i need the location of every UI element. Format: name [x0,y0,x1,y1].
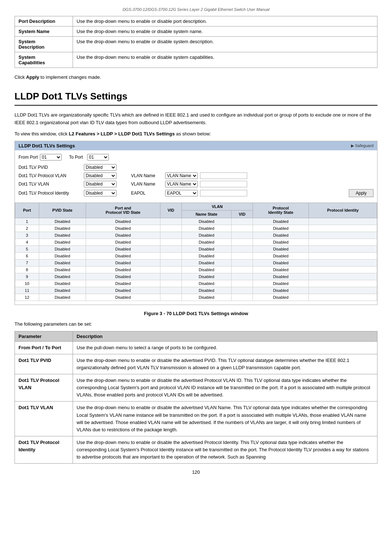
cell-11-1: Disabled [39,294,86,301]
cell-10-1: Disabled [39,287,86,294]
param-desc-4: Use the drop-down menu to enable or disa… [73,436,377,464]
cell-6-5 [231,259,253,266]
param-row: From Port / To PortUse the pull-down men… [15,341,377,354]
cell-11-4: Disabled [181,294,231,301]
param-cell: Port Description [15,16,73,27]
settings-panel: LLDP Dot1 TLVs Settings ▶ Safeguard From… [15,141,377,305]
cell-11-7 [309,294,377,301]
cell-4-6: Disabled [253,245,309,252]
desc-cell: Use the drop-down menu to enable or disa… [73,52,377,68]
cell-2-6: Disabled [253,232,309,239]
cell-1-3 [160,225,181,232]
param-name-3: Dot1 TLV VLAN [15,402,73,436]
from-port-select[interactable]: 01020304 05060708 09101112 [40,154,62,160]
param-desc-3: Use the drop-down menu to enable or disa… [73,402,377,436]
cell-2-3 [160,232,181,239]
ctrl-row-0: Dot1 TLV PVIDDisabledEnabled [19,164,373,171]
desc-cell: Use the drop-down menu to enable or disa… [73,16,377,27]
cell-2-2: Disabled [86,232,160,239]
cell-8-1: Disabled [39,273,86,280]
ctrl-label2-1: VLAN Name [131,173,164,178]
cell-4-2: Disabled [86,245,160,252]
ctrl-label-3: Dot1 TLV Protocol Identity [19,191,84,196]
ctrl-select-right-3[interactable]: EAPOL [165,190,198,196]
doc-title: DGS-3700-12/DGS-3700-12G Series Layer 2 … [15,7,377,12]
th-port: Port [15,203,39,218]
cell-7-7 [309,266,377,273]
cell-10-2: Disabled [86,287,160,294]
cell-2-0: 3 [15,232,39,239]
cell-7-2: Disabled [86,266,160,273]
intro-paragraph: LLDP Dot1 TLVs are organizationally spec… [15,111,377,127]
cell-11-0: 12 [15,294,39,301]
table-row: 8DisabledDisabledDisabledDisabled [15,266,377,273]
param-row: Dot1 TLV VLANUse the drop-down menu to e… [15,402,377,436]
ctrl-label2-2: VLAN Name [131,182,164,187]
from-port-label: From Port [19,155,38,160]
cell-7-5 [231,266,253,273]
cell-0-2: Disabled [86,218,160,225]
desc-cell: Use the drop-down menu to enable or disa… [73,37,377,52]
cell-1-2: Disabled [86,225,160,232]
param-desc-1: Use the drop-down menu to enable or disa… [73,354,377,374]
apply-instruction: Click Apply to implement changes made. [15,74,377,80]
ctrl-select-right-1[interactable]: VLAN Name [165,172,198,179]
cell-6-0: 7 [15,259,39,266]
th-proto-state: Protocol Identity State [253,203,309,218]
ctrl-text-3[interactable] [200,190,247,196]
cell-8-5 [231,273,253,280]
cell-6-6: Disabled [253,259,309,266]
cell-2-7 [309,232,377,239]
param-row: Dot1 TLV Protocol IdentityUse the drop-d… [15,436,377,464]
ctrl-text-1[interactable] [200,172,247,179]
table-row: 7DisabledDisabledDisabledDisabled [15,259,377,266]
ctrl-select-left-1[interactable]: DisabledEnabled [84,172,117,179]
ctrl-text-2[interactable] [200,181,247,187]
cell-9-4: Disabled [181,280,231,287]
cell-11-6: Disabled [253,294,309,301]
cell-2-5 [231,232,253,239]
table-row: 6DisabledDisabledDisabledDisabled [15,252,377,259]
cell-6-3 [160,259,181,266]
cell-3-2: Disabled [86,239,160,245]
param-row: Dot1 TLV Protocol VLANUse the drop-down … [15,374,377,402]
param-intro: The following parameters can be set: [15,321,377,327]
param-name-0: From Port / To Port [15,341,73,354]
cell-3-3 [160,239,181,245]
ctrl-select-left-2[interactable]: DisabledEnabled [84,181,117,187]
ctrl-select-left-0[interactable]: DisabledEnabled [84,164,117,171]
table-row: 3DisabledDisabledDisabledDisabled [15,232,377,239]
th-pvid: PVID State [39,203,86,218]
cell-8-2: Disabled [86,273,160,280]
cell-5-0: 6 [15,252,39,259]
th-vlan-name: Name State [181,210,231,218]
ctrl-select-right-2[interactable]: VLAN Name [165,181,198,187]
section-heading: LLDP Dot1 TLVs Settings [15,91,377,106]
cell-5-4: Disabled [181,252,231,259]
table-row: 11DisabledDisabledDisabledDisabled [15,287,377,294]
view-instruction: To view this window, click L2 Features >… [15,131,377,137]
ctrl-row-1: Dot1 TLV Protocol VLANDisabledEnabledVLA… [19,172,373,179]
cell-9-5 [231,280,253,287]
cell-6-7 [309,259,377,266]
cell-11-3 [160,294,181,301]
th-vlan-group: VLAN [181,203,253,210]
cell-3-4: Disabled [181,239,231,245]
cell-6-2: Disabled [86,259,160,266]
ctrl-label2-3: EAPOL [131,191,164,196]
cell-5-6: Disabled [253,252,309,259]
cell-5-7 [309,252,377,259]
ctrl-select-left-3[interactable]: DisabledEnabled [84,190,117,196]
cell-1-5 [231,225,253,232]
cell-9-2: Disabled [86,280,160,287]
table-row: 9DisabledDisabledDisabledDisabled [15,273,377,280]
to-port-select[interactable]: 01020304 05060708 09101112 [87,154,109,160]
cell-0-4: Disabled [181,218,231,225]
apply-button[interactable]: Apply [349,189,373,197]
to-port-label: To Port [69,155,83,160]
th-vid1: VID [160,203,181,218]
th-pvid-state: Port and Protocol VID State [86,203,160,218]
cell-10-3 [160,287,181,294]
cell-4-0: 5 [15,245,39,252]
panel-body: From Port 01020304 05060708 09101112 To … [15,150,377,203]
